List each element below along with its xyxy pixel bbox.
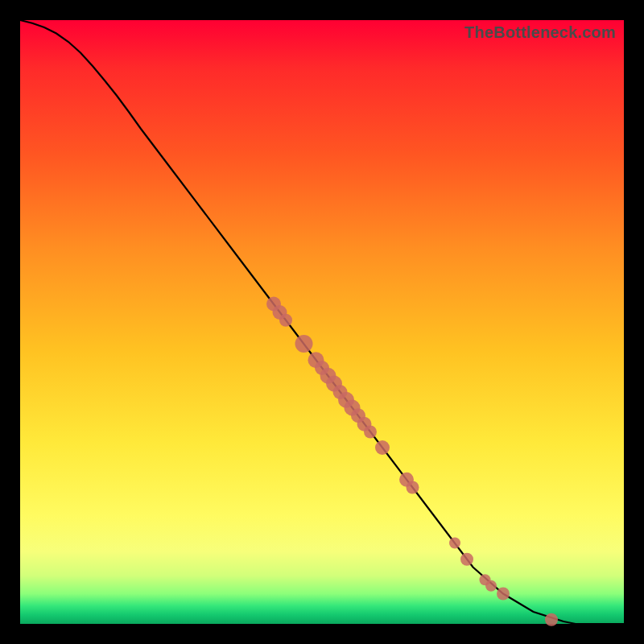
chart-frame: TheBottleneck.com — [0, 0, 644, 644]
data-point — [279, 314, 292, 327]
data-point — [485, 580, 497, 592]
data-point — [449, 538, 460, 549]
scatter-points — [266, 297, 558, 626]
data-point — [460, 553, 473, 566]
data-point — [364, 426, 377, 439]
chart-plot-area: TheBottleneck.com — [20, 20, 624, 624]
data-point — [545, 613, 558, 626]
data-point — [497, 588, 510, 601]
data-point — [375, 440, 390, 455]
curve-line — [20, 20, 624, 624]
data-point — [295, 335, 313, 353]
data-point — [407, 481, 419, 494]
chart-overlay — [20, 20, 624, 624]
